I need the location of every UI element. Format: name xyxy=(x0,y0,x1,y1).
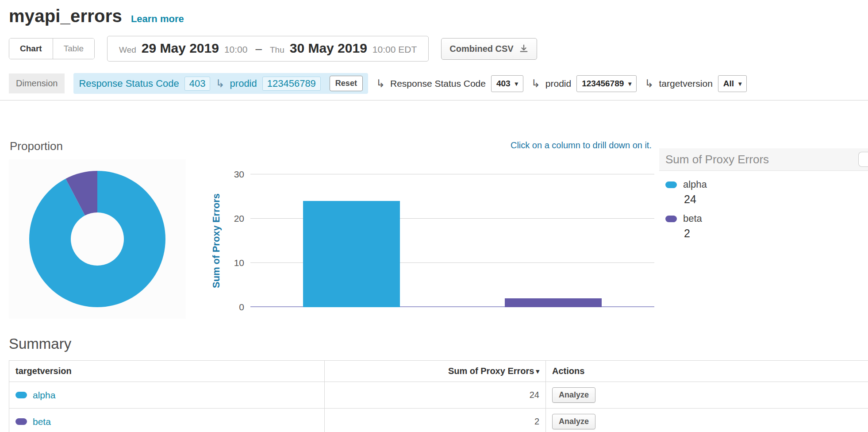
legend-items: alpha 24 beta 2 xyxy=(659,171,868,240)
sort-desc-icon: ▾ xyxy=(536,367,539,375)
dropdown-label: targetversion xyxy=(659,78,712,89)
dropdown-value: 403 xyxy=(496,79,511,89)
toolbar: Chart Table Wed 29 May 2019 10:00 – Thu … xyxy=(9,36,859,62)
bar-alpha[interactable] xyxy=(303,201,400,307)
proportion-title: Proportion xyxy=(10,139,195,153)
legend-panel: Sum of Proxy Errors alpha 24 beta 2 xyxy=(659,129,868,319)
drill-arrow-icon: ↳ xyxy=(645,78,653,89)
dropdown-label: Response Status Code xyxy=(390,78,486,89)
dropdown-value: 123456789 xyxy=(582,79,624,89)
drill-arrow-icon: ↳ xyxy=(376,78,385,89)
table-row: beta 2 Analyze xyxy=(9,409,868,432)
column-header-sum[interactable]: Sum of Proxy Errors ▾ xyxy=(325,361,546,382)
breadcrumb-filter-name: prodid xyxy=(230,78,257,89)
caret-down-icon: ▾ xyxy=(515,81,518,87)
breadcrumb-filter-value[interactable]: 123456789 xyxy=(262,77,321,91)
column-header-actions: Actions xyxy=(546,361,868,382)
view-toggle: Chart Table xyxy=(9,38,95,59)
filter-dropdown-group: ↳ targetversion All ▾ xyxy=(645,75,747,92)
combined-csv-button[interactable]: Combined CSV xyxy=(441,38,537,60)
date-range-picker[interactable]: Wed 29 May 2019 10:00 – Thu 30 May 2019 … xyxy=(107,36,429,62)
column-header-targetversion[interactable]: targetversion xyxy=(9,361,325,382)
proportion-donut-chart xyxy=(27,169,167,309)
drill-hint: Click on a column to drill down on it. xyxy=(206,140,654,150)
legend-collapse-button[interactable] xyxy=(858,152,868,167)
report-page: myapi_errors Learn more Chart Table Wed … xyxy=(0,0,868,432)
y-tick-label: 30 xyxy=(234,169,244,180)
y-axis-ticks: 0102030 xyxy=(227,174,250,307)
bar-chart: Sum of Proxy Errors 0102030 xyxy=(206,174,654,307)
combined-csv-label: Combined CSV xyxy=(449,44,513,54)
legend-header: Sum of Proxy Errors xyxy=(659,148,868,171)
breadcrumb-filter-name: Response Status Code xyxy=(79,78,179,89)
caret-down-icon: ▾ xyxy=(628,81,631,87)
filter-dropdown-group: ↳ prodid 123456789 ▾ xyxy=(531,75,637,92)
legend-item-value: 24 xyxy=(684,193,865,206)
bar-beta[interactable] xyxy=(505,298,602,307)
drill-arrow-icon: ↳ xyxy=(215,78,224,89)
legend-item-beta[interactable]: beta xyxy=(665,213,865,224)
charts-section: Proportion Click on a column to drill do… xyxy=(9,129,859,319)
y-axis-label: Sum of Proxy Errors xyxy=(211,193,222,288)
analyze-button[interactable]: Analyze xyxy=(552,387,595,403)
y-tick-label: 0 xyxy=(239,302,244,312)
legend-item: beta 2 xyxy=(665,213,865,240)
response-status-code-dropdown[interactable]: 403 ▾ xyxy=(491,75,523,92)
reset-button[interactable]: Reset xyxy=(330,76,363,91)
y-tick-label: 10 xyxy=(234,258,244,268)
summary-title: Summary xyxy=(9,336,859,352)
alpha-color-swatch xyxy=(665,181,677,188)
targetversion-dropdown[interactable]: All ▾ xyxy=(718,75,747,92)
drill-arrow-icon: ↳ xyxy=(531,78,540,89)
legend-item: alpha 24 xyxy=(665,179,865,206)
legend-title: Sum of Proxy Errors xyxy=(665,153,769,166)
filter-dropdown-group: ↳ Response Status Code 403 ▾ xyxy=(376,75,523,92)
page-title: myapi_errors xyxy=(9,6,122,26)
summary-table: targetversion Sum of Proxy Errors ▾ Acti… xyxy=(9,360,868,432)
legend-item-label: beta xyxy=(683,213,702,224)
bar-chart-panel: Click on a column to drill down on it. S… xyxy=(206,129,654,319)
chart-toggle-button[interactable]: Chart xyxy=(9,39,53,59)
row-value: 2 xyxy=(325,409,546,432)
proportion-panel: Proportion xyxy=(9,129,195,319)
date-range-separator: – xyxy=(255,42,261,56)
legend-item-value: 2 xyxy=(684,227,865,240)
start-time: 10:00 xyxy=(224,44,248,55)
dimension-label: Dimension xyxy=(9,73,65,93)
alpha-color-swatch xyxy=(15,392,27,398)
end-day: Thu xyxy=(270,45,284,55)
breadcrumb-filter-value[interactable]: 403 xyxy=(184,77,211,91)
table-header-row: targetversion Sum of Proxy Errors ▾ Acti… xyxy=(9,361,868,382)
end-time: 10:00 EDT xyxy=(373,44,417,55)
row-link-alpha[interactable]: alpha xyxy=(33,390,55,401)
end-date: 30 May 2019 xyxy=(290,41,367,56)
learn-more-link[interactable]: Learn more xyxy=(131,13,184,25)
row-link-beta[interactable]: beta xyxy=(33,417,51,427)
dropdown-value: All xyxy=(723,79,734,89)
download-icon xyxy=(519,44,529,54)
gridline xyxy=(250,174,654,174)
donut-chart-card xyxy=(9,159,186,319)
legend-item-label: alpha xyxy=(683,179,707,190)
start-date: 29 May 2019 xyxy=(142,41,219,56)
header: myapi_errors Learn more xyxy=(9,6,859,26)
analyze-button[interactable]: Analyze xyxy=(552,414,595,429)
legend-item-alpha[interactable]: alpha xyxy=(665,179,865,190)
dropdown-label: prodid xyxy=(545,78,571,89)
table-row: alpha 24 Analyze xyxy=(9,382,868,409)
table-toggle-button[interactable]: Table xyxy=(53,39,94,59)
caret-down-icon: ▾ xyxy=(738,81,741,87)
dimension-bar: Dimension Response Status Code 403 ↳ pro… xyxy=(0,73,868,100)
plot-area xyxy=(250,174,654,307)
y-tick-label: 20 xyxy=(234,213,244,224)
prodid-dropdown[interactable]: 123456789 ▾ xyxy=(576,75,637,92)
beta-color-swatch xyxy=(665,216,677,222)
beta-color-swatch xyxy=(15,418,27,425)
filter-breadcrumb: Response Status Code 403 ↳ prodid 123456… xyxy=(73,73,368,94)
start-day: Wed xyxy=(119,45,136,55)
row-value: 24 xyxy=(325,382,546,409)
